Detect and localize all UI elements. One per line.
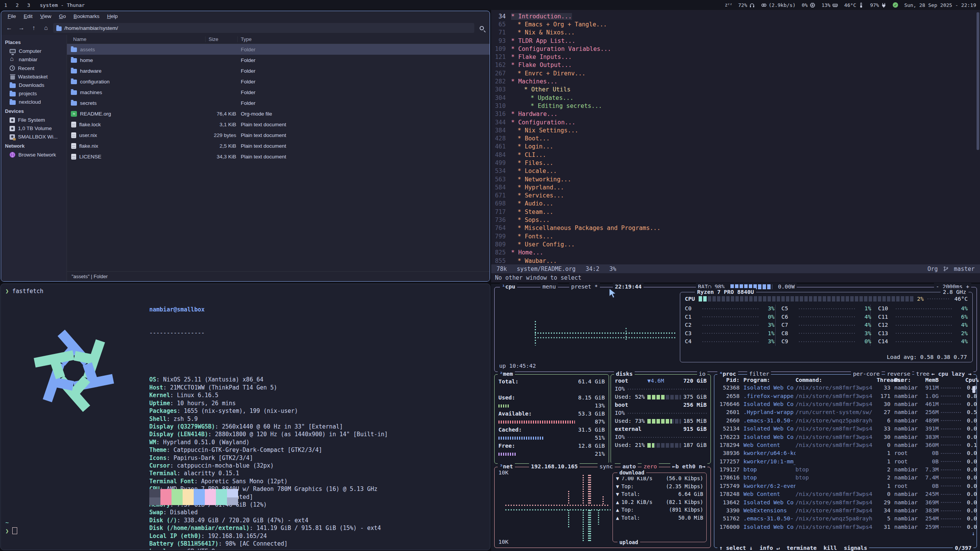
workspace-button[interactable]: 2: [11, 0, 23, 10]
file-row[interactable]: secrets Folder: [67, 98, 490, 108]
up-button[interactable]: ↑: [29, 23, 39, 33]
proc-footer-button[interactable]: terminate: [787, 544, 817, 551]
org-heading-line[interactable]: 65 * Emacs + Org + Tangle...: [491, 20, 980, 28]
file-row[interactable]: assets Folder: [67, 44, 490, 55]
sidebar-item[interactable]: Downloads: [1, 81, 67, 89]
battery-status[interactable]: 97%: [870, 2, 887, 8]
file-row[interactable]: flake.lock 3,1 KiB Plain text document: [67, 119, 490, 130]
process-row[interactable]: 177257 kworker/10:1-mm_ 1 root 0B 0.0: [714, 458, 977, 466]
column-size[interactable]: Size: [206, 36, 238, 42]
proc-footer-button[interactable]: kill: [823, 544, 837, 551]
clock[interactable]: Sun, 28 Sep 2025 - 22:19: [904, 2, 976, 8]
org-heading-line[interactable]: 344 * Configuration...: [491, 118, 980, 126]
org-heading-line[interactable]: 671 * Services...: [491, 192, 980, 200]
volume-status[interactable]: 72%: [738, 2, 755, 8]
file-row[interactable]: configuration Folder: [67, 76, 490, 87]
process-row[interactable]: 178294 Web Content /nix/store/sm8fmrf3wp…: [714, 441, 977, 449]
per-core-button[interactable]: per-core: [851, 370, 882, 378]
sidebar-item[interactable]: nextcloud: [1, 98, 67, 106]
menu-item[interactable]: Help: [104, 12, 121, 20]
org-heading-line[interactable]: 162 * Flake Output...: [491, 61, 980, 69]
temperature-status[interactable]: 46°C: [844, 2, 864, 8]
process-row[interactable]: 176000 Isolated Web Co /nix/store/sm8fmr…: [714, 523, 977, 531]
column-name[interactable]: Name: [67, 36, 206, 42]
proc-footer-button[interactable]: info ↵: [760, 544, 779, 551]
org-heading-line[interactable]: 310 * Editing secrets...: [491, 102, 980, 110]
forward-button[interactable]: →: [16, 23, 26, 33]
org-heading-line[interactable]: 717 * Steam...: [491, 208, 980, 216]
menu-item[interactable]: Edit: [20, 12, 36, 20]
idle-inhibitor[interactable]: zᶻᶻ: [725, 2, 732, 8]
cpu-status[interactable]: 0%: [802, 2, 815, 8]
org-heading-line[interactable]: 93 * TLDR App List...: [491, 37, 980, 45]
menu-item[interactable]: File: [4, 12, 20, 20]
org-heading-line[interactable]: 484 * CLI...: [491, 151, 980, 159]
updates-check-icon[interactable]: ✓: [893, 2, 898, 8]
process-row[interactable]: 3390 WebExtensions /nix/store/sm8fmrf3wp…: [714, 507, 977, 515]
sidebar-item[interactable]: Wastebasket: [1, 72, 67, 81]
org-heading-line[interactable]: 34 * Introduction...: [491, 12, 980, 20]
org-heading-line[interactable]: 764 * Miscellaneous Packages and Program…: [491, 224, 980, 232]
proc-footer-button[interactable]: signals: [844, 544, 867, 551]
org-heading-line[interactable]: 316 * Hardware...: [491, 110, 980, 118]
proc-scrollbar-thumb[interactable]: [972, 386, 975, 393]
org-heading-line[interactable]: 736 * Sops...: [491, 216, 980, 224]
reverse-button[interactable]: reverse: [885, 370, 912, 378]
menu-item[interactable]: Go: [56, 12, 69, 20]
emacs-scrollbar[interactable]: [977, 12, 979, 150]
process-row[interactable]: 179127 btop btop 2 nambiar 7.3M 0.0: [714, 466, 977, 474]
sidebar-device[interactable]: 1,0 TB Volume: [1, 124, 67, 132]
net-sync-button[interactable]: sync: [598, 463, 615, 471]
org-heading-line[interactable]: 121 * Flake Inputs...: [491, 53, 980, 61]
mem-box-title[interactable]: ²mem: [498, 370, 515, 378]
file-row[interactable]: home Folder: [67, 55, 490, 65]
org-heading-line[interactable]: 825 * Home...: [491, 249, 980, 257]
org-heading-line[interactable]: 461 * Login...: [491, 143, 980, 151]
org-heading-line[interactable]: 499 * Files...: [491, 159, 980, 167]
process-row[interactable]: 2658 .firefox-wrappe /nix/store/sm8fmrf3…: [714, 392, 977, 400]
home-button[interactable]: ⌂: [41, 23, 51, 33]
column-type[interactable]: Type: [238, 36, 490, 42]
file-row[interactable]: hardware Folder: [67, 65, 490, 76]
sidebar-item[interactable]: projects: [1, 89, 67, 98]
file-row[interactable]: README.org 76,4 KiB Org-mode file: [67, 108, 490, 119]
process-row[interactable]: 52368 Isolated Web Co /nix/store/sm8fmrf…: [714, 384, 977, 392]
process-row[interactable]: 52134 Isolated Web Co /nix/store/sm8fmrf…: [714, 425, 977, 433]
workspace-button[interactable]: 3: [23, 0, 34, 10]
disks-box-title[interactable]: disks: [614, 370, 635, 378]
org-heading-line[interactable]: 428 * Boot...: [491, 134, 980, 142]
org-heading-line[interactable]: 855 * Waubar...: [491, 257, 980, 264]
sidebar-item[interactable]: nambiar: [1, 55, 67, 64]
sidebar-device[interactable]: File System: [1, 116, 67, 124]
proc-box-title[interactable]: ⁴proc: [717, 370, 738, 378]
org-heading-line[interactable]: 809 * User Config...: [491, 240, 980, 248]
process-row[interactable]: 178616 btop btop 2 nambiar 7.4M 0.0: [714, 474, 977, 482]
filter-button[interactable]: filter: [747, 370, 771, 378]
sidebar-item[interactable]: Recent: [1, 64, 67, 72]
org-heading-line[interactable]: 534 * Locale...: [491, 167, 980, 175]
process-row[interactable]: 178248 Web Content /nix/store/sm8fmrf3wp…: [714, 490, 977, 498]
back-button[interactable]: ←: [4, 23, 14, 33]
org-heading-line[interactable]: 698 * Audio...: [491, 200, 980, 208]
process-row[interactable]: 38936 kworker/u64:6-kc 1 root 0B 0.0: [714, 449, 977, 457]
process-row[interactable]: 176223 Isolated Web Co /nix/store/sm8fmr…: [714, 433, 977, 441]
process-row[interactable]: 175749 kworker/6:2-even 1 root 0B 0.0: [714, 482, 977, 490]
workspace-button[interactable]: 1: [0, 0, 11, 10]
process-row[interactable]: 13642 Isolated Web Co /nix/store/sm8fmrf…: [714, 498, 977, 506]
io-mode-button[interactable]: io: [697, 370, 707, 378]
org-heading-line[interactable]: 303 * Other Utils: [491, 86, 980, 94]
process-row[interactable]: 176646 Isolated Web Co /nix/store/sm8fmr…: [714, 400, 977, 408]
file-row[interactable]: flake.nix 2,5 KiB Plain text document: [67, 140, 490, 151]
file-row[interactable]: user.nix 229 bytes Plain text document: [67, 130, 490, 140]
menu-button[interactable]: menu: [541, 283, 558, 291]
file-row[interactable]: machines Folder: [67, 87, 490, 98]
net-interface-switch[interactable]: ←b eth0 n→: [670, 463, 707, 471]
sidebar-device[interactable]: SMALLBOX Wi...: [1, 132, 67, 141]
org-heading-line[interactable]: 584 * Hyprland...: [491, 183, 980, 191]
org-heading-line[interactable]: 282 * Machines...: [491, 77, 980, 85]
sidebar-network-item[interactable]: Browse Network: [1, 150, 67, 159]
proc-footer-button[interactable]: ↑ select ↓: [719, 544, 753, 551]
network-status[interactable]: (2.9kb/s): [761, 2, 795, 8]
search-button[interactable]: [477, 23, 487, 33]
menu-item[interactable]: Bookmarks: [70, 12, 103, 20]
